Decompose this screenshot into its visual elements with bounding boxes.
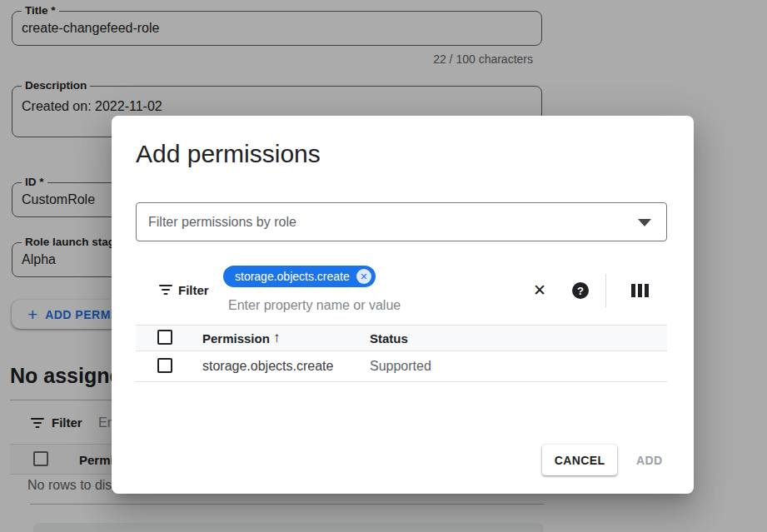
chip-remove-icon[interactable]: ✕	[356, 269, 371, 284]
filter-chip-label: storage.objects.create	[235, 270, 350, 283]
row-checkbox[interactable]	[157, 358, 172, 373]
chevron-down-icon	[638, 219, 651, 226]
status-column-header[interactable]: Status	[370, 331, 408, 346]
add-button[interactable]: ADD	[636, 452, 678, 469]
column-display-options-icon[interactable]	[631, 284, 649, 297]
clear-filters-icon[interactable]: ✕	[530, 281, 549, 299]
help-icon[interactable]: ?	[572, 282, 589, 299]
filter-permissions-by-role-select[interactable]: Filter permissions by role	[136, 202, 667, 241]
dialog-select-all-checkbox[interactable]	[157, 330, 172, 345]
filter-icon	[159, 285, 172, 295]
toolbar-divider	[605, 274, 606, 307]
cancel-button[interactable]: CANCEL	[542, 445, 617, 475]
dialog-title: Add permissions	[136, 140, 321, 168]
permission-column-header[interactable]: Permission	[202, 331, 270, 346]
create-role-page: Title * create-changefeed-role 22 / 100 …	[0, 0, 767, 532]
row-permission-cell: storage.objects.create	[202, 359, 333, 374]
dialog-table-header: Permission ↑ Status	[136, 325, 667, 351]
dialog-filter-input[interactable]: Enter property name or value	[228, 298, 401, 313]
table-row[interactable]: storage.objects.create Supported	[136, 351, 667, 382]
role-select-placeholder: Filter permissions by role	[137, 215, 296, 230]
row-status-cell: Supported	[370, 359, 431, 374]
add-permissions-dialog: Add permissions Filter permissions by ro…	[112, 116, 694, 494]
dialog-filter-label: Filter	[178, 283, 209, 297]
filter-chip-storage-objects-create[interactable]: storage.objects.create ✕	[223, 266, 376, 287]
sort-ascending-icon[interactable]: ↑	[273, 330, 281, 346]
